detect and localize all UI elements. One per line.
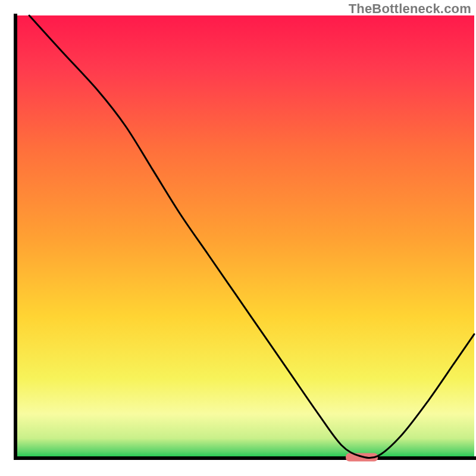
bottleneck-chart xyxy=(0,0,476,476)
chart-container: TheBottleneck.com xyxy=(0,0,476,476)
plot-background xyxy=(15,15,474,458)
watermark-label: TheBottleneck.com xyxy=(349,1,471,17)
